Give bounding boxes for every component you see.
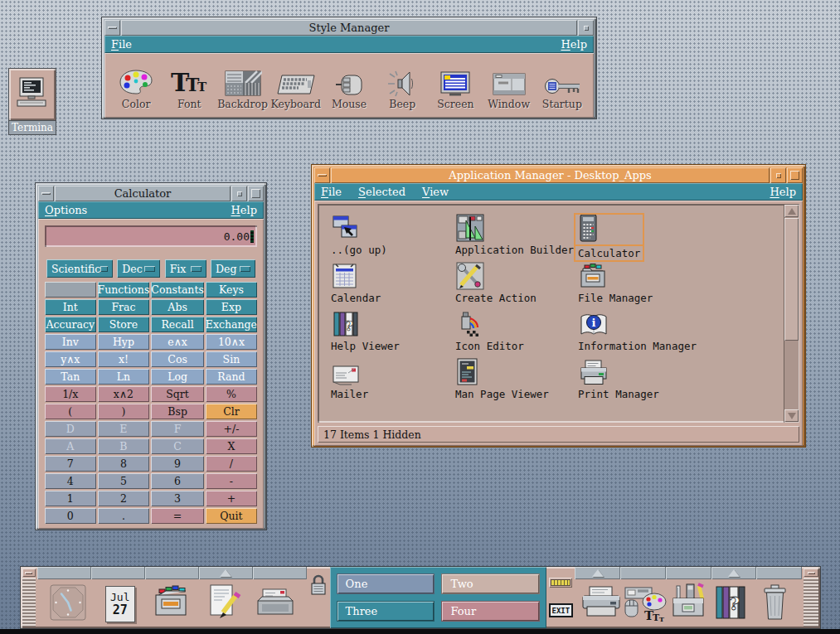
calc-key-plus[interactable]: + — [206, 491, 257, 506]
panel-menu-button[interactable] — [22, 569, 36, 577]
calc-key-x-factorial[interactable]: x! — [98, 351, 150, 367]
calc-key-inv[interactable]: Inv — [45, 334, 96, 350]
menu-help[interactable]: Help — [770, 186, 796, 198]
app-manager-item-print-manager[interactable]: Print Manager — [576, 360, 661, 400]
calc-key-keys[interactable]: Keys — [206, 282, 257, 298]
calc-key-a[interactable]: A — [45, 438, 96, 454]
workspace-button-two[interactable]: Two — [441, 574, 540, 594]
calc-key-ten-power-x[interactable]: 10∧x — [206, 334, 257, 350]
calc-key-close-paren[interactable]: ) — [98, 404, 150, 419]
menu-view[interactable]: View — [422, 186, 449, 198]
app-manager-item-partial-2[interactable] — [454, 408, 478, 423]
style-manager-item-mouse[interactable]: Mouse — [323, 60, 375, 110]
calc-key-7[interactable]: 7 — [45, 456, 96, 472]
exit-button[interactable]: EXIT — [549, 603, 573, 617]
workspace-button-one[interactable]: One — [337, 574, 435, 594]
scroll-up-button[interactable] — [784, 205, 799, 217]
calc-key-3[interactable]: 3 — [151, 491, 204, 506]
lock-button[interactable] — [308, 573, 328, 601]
vertical-scrollbar[interactable] — [784, 204, 799, 423]
calc-key-y-power-x[interactable]: y∧x — [45, 351, 96, 367]
panel-clock[interactable] — [47, 582, 89, 627]
calc-key-abs[interactable]: Abs — [151, 299, 204, 315]
app-manager-item-information-manager[interactable]: iInformation Manager — [576, 312, 698, 352]
calc-key-0[interactable]: 0 — [45, 508, 96, 524]
style-manager-item-color[interactable]: Color — [110, 60, 162, 110]
app-manager-item-calendar-app[interactable]: Calendar — [329, 264, 382, 304]
calc-key-9[interactable]: 9 — [151, 456, 204, 472]
calc-key-bsp[interactable]: Bsp — [151, 404, 204, 419]
panel-printer[interactable] — [580, 582, 622, 627]
panel-corner-button[interactable] — [804, 569, 818, 577]
calc-key-b[interactable]: B — [98, 438, 150, 454]
style-manager-item-beep[interactable]: Beep — [376, 60, 428, 110]
app-manager-titlebar[interactable]: Application Manager - Desktop_Apps — [314, 167, 803, 183]
style-manager-item-font[interactable]: TTTFont — [163, 60, 215, 110]
calculator-display[interactable]: 0.00 — [45, 225, 257, 247]
subpanel-tab[interactable] — [37, 567, 91, 579]
calc-key-1[interactable]: 1 — [45, 491, 96, 506]
app-manager-item-help-viewer[interactable]: ?Help Viewer — [329, 312, 401, 352]
calc-mode-trig-unit[interactable]: Deg — [211, 259, 255, 278]
style-manager-item-screen[interactable]: Screen — [430, 60, 481, 110]
subpanel-tab-personal-apps[interactable] — [199, 567, 253, 579]
subpanel-tab[interactable] — [620, 567, 666, 579]
subpanel-tab[interactable] — [756, 567, 802, 579]
panel-trash[interactable] — [755, 582, 796, 627]
panel-file-manager[interactable] — [151, 582, 192, 627]
app-manager-item-calculator-app[interactable]: Calculator — [576, 215, 642, 259]
menu-help[interactable]: Help — [231, 204, 257, 216]
panel-calendar[interactable]: Jul 27 — [100, 582, 141, 627]
calc-key-multiply[interactable]: X — [206, 438, 257, 454]
calc-mode-notation[interactable]: Fix — [165, 259, 206, 278]
workspace-button-three[interactable]: Three — [337, 601, 435, 622]
calc-key-exchange[interactable]: Exchange — [206, 317, 257, 332]
subpanel-tab[interactable] — [666, 567, 711, 579]
calc-key-f[interactable]: F — [151, 421, 204, 437]
calc-key-log[interactable]: Log — [151, 369, 204, 385]
calc-key-int[interactable]: Int — [45, 299, 96, 315]
app-manager-item-partial-3[interactable] — [576, 408, 601, 423]
calc-key-constants[interactable]: Constants — [151, 282, 204, 298]
menu-help[interactable]: Help — [561, 38, 587, 51]
menu-file[interactable]: File — [111, 38, 132, 51]
app-manager-item-man-page-viewer[interactable]: Man Page Viewer — [454, 360, 551, 400]
calc-key-hyp[interactable]: Hyp — [98, 334, 150, 350]
calc-key-percent[interactable]: % — [206, 386, 257, 402]
app-manager-item-file-manager-app[interactable]: File Manager — [576, 264, 654, 304]
subpanel-tab-help[interactable] — [711, 567, 757, 579]
app-manager-item-create-action[interactable]: Create Action — [454, 264, 538, 304]
subpanel-tab[interactable] — [145, 567, 199, 579]
window-menu-button[interactable] — [38, 186, 54, 201]
calc-key-rand[interactable]: Rand — [206, 369, 257, 385]
maximize-button[interactable] — [248, 186, 264, 201]
style-manager-item-keyboard[interactable]: Keyboard — [270, 60, 322, 110]
minimize-button[interactable] — [770, 167, 786, 183]
calc-key-accuracy[interactable]: Accuracy — [45, 317, 96, 332]
calc-key-divide[interactable]: / — [206, 456, 257, 472]
desktop-icon-terminal[interactable]: Termina — [8, 68, 56, 135]
calc-key-6[interactable]: 6 — [151, 473, 204, 489]
minimize-button[interactable] — [231, 186, 247, 201]
app-manager-item-partial-1[interactable] — [329, 408, 362, 423]
subpanel-tab-personal-printers[interactable] — [575, 567, 620, 579]
style-manager-item-backdrop[interactable]: Backdrop — [217, 60, 269, 110]
calc-key-5[interactable]: 5 — [98, 473, 150, 489]
calc-key-x-squared[interactable]: x∧2 — [98, 386, 150, 402]
calc-key-frac[interactable]: Frac — [98, 299, 150, 315]
app-manager-item-icon-editor[interactable]: Icon Editor — [454, 312, 526, 352]
window-menu-button[interactable] — [314, 167, 330, 183]
style-manager-item-startup[interactable]: Startup — [537, 60, 588, 110]
calc-key-d[interactable]: D — [45, 421, 96, 437]
calc-key-open-paren[interactable]: ( — [45, 404, 96, 419]
scrollbar-trough[interactable] — [784, 341, 799, 409]
minimize-button[interactable] — [578, 20, 594, 36]
calc-key-recall[interactable]: Recall — [151, 317, 204, 332]
calc-key-cos[interactable]: Cos — [151, 351, 204, 367]
panel-style-manager[interactable]: TTT — [624, 582, 666, 627]
panel-help[interactable]: ? — [711, 582, 753, 627]
menu-options[interactable]: Options — [45, 204, 87, 216]
calc-key-tan[interactable]: Tan — [45, 369, 96, 385]
calc-key-c[interactable]: C — [151, 438, 204, 454]
subpanel-tab[interactable] — [91, 567, 145, 579]
